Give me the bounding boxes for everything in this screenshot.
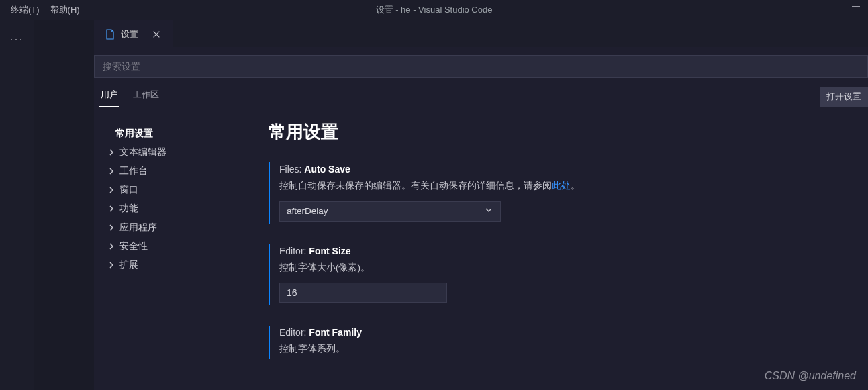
tab-label: 设置: [121, 28, 138, 40]
toc-label: 扩展: [119, 259, 138, 271]
overflow-icon[interactable]: ···: [9, 32, 23, 46]
scope-tab-workspace[interactable]: 工作区: [132, 85, 160, 107]
scope-tabs: 用户 工作区: [99, 85, 160, 107]
toc-item-window[interactable]: 窗口: [102, 181, 255, 199]
toc-item-application[interactable]: 应用程序: [102, 218, 255, 237]
toc-label: 文本编辑器: [119, 146, 166, 158]
setting-scope: Editor:: [279, 327, 309, 338]
select-value: afterDelay: [287, 206, 328, 216]
menubar: 终端(T) 帮助(H) 设置 - he - Visual Studio Code: [0, 0, 868, 20]
toc-label: 安全性: [119, 240, 148, 252]
chevron-right-icon: [107, 261, 115, 269]
setting-scope: Editor:: [279, 246, 309, 256]
menu-help[interactable]: 帮助(H): [45, 1, 85, 19]
chevron-right-icon: [107, 242, 115, 250]
setting-name: Font Size: [309, 246, 350, 256]
menu-terminal[interactable]: 终端(T): [5, 1, 45, 19]
toc-item-extensions[interactable]: 扩展: [102, 256, 255, 275]
link-here[interactable]: 此处: [552, 181, 571, 191]
chevron-down-icon: [484, 205, 493, 217]
chevron-right-icon: [107, 148, 115, 156]
open-settings-json-button[interactable]: 打开设置: [820, 87, 868, 107]
tab-bar: 设置: [94, 20, 868, 47]
tab-settings[interactable]: 设置: [94, 20, 173, 47]
activity-bar: ···: [0, 20, 34, 390]
section-title: 常用设置: [269, 120, 855, 144]
close-icon[interactable]: [150, 28, 162, 40]
toc-label: 窗口: [119, 184, 138, 196]
toc-label: 应用程序: [119, 222, 157, 234]
setting-scope: Files:: [279, 164, 304, 175]
setting-editor-fontfamily: Editor: Font Family 控制字体系列。: [269, 326, 855, 359]
settings-list: 常用设置 Files: Auto Save 控制自动保存未保存的编辑器。有关自动…: [255, 116, 868, 390]
chevron-right-icon: [107, 167, 115, 175]
toc-label: 工作台: [119, 165, 148, 177]
toc-item-workbench[interactable]: 工作台: [102, 162, 255, 181]
setting-description: 控制字体大小(像素)。: [279, 260, 855, 275]
setting-description: 控制自动保存未保存的编辑器。有关自动保存的详细信息，请参阅此处。: [279, 179, 855, 193]
chevron-right-icon: [107, 186, 115, 194]
settings-toc: 常用设置 文本编辑器 工作台 窗口 功能: [94, 116, 255, 390]
side-panel-collapsed: [34, 20, 94, 390]
setting-name: Font Family: [309, 327, 362, 338]
toc-item-security[interactable]: 安全性: [102, 237, 255, 256]
fontsize-input[interactable]: [279, 283, 447, 303]
setting-files-autosave: Files: Auto Save 控制自动保存未保存的编辑器。有关自动保存的详细…: [269, 162, 855, 224]
toc-item-features[interactable]: 功能: [102, 199, 255, 218]
autosave-select[interactable]: afterDelay: [279, 201, 501, 222]
setting-editor-fontsize: Editor: Font Size 控制字体大小(像素)。: [269, 244, 855, 306]
toc-item-common[interactable]: 常用设置: [102, 124, 255, 143]
scope-tab-user[interactable]: 用户: [99, 85, 119, 107]
setting-name: Auto Save: [304, 164, 350, 175]
toc-label: 功能: [119, 203, 138, 215]
minimize-icon[interactable]: [852, 5, 860, 7]
toc-item-text-editor[interactable]: 文本编辑器: [102, 143, 255, 162]
file-icon: [105, 29, 115, 40]
window-title: 设置 - he - Visual Studio Code: [376, 4, 493, 16]
chevron-right-icon: [107, 224, 115, 232]
search-input[interactable]: [94, 55, 868, 78]
chevron-right-icon: [107, 205, 115, 213]
setting-description: 控制字体系列。: [279, 342, 855, 356]
